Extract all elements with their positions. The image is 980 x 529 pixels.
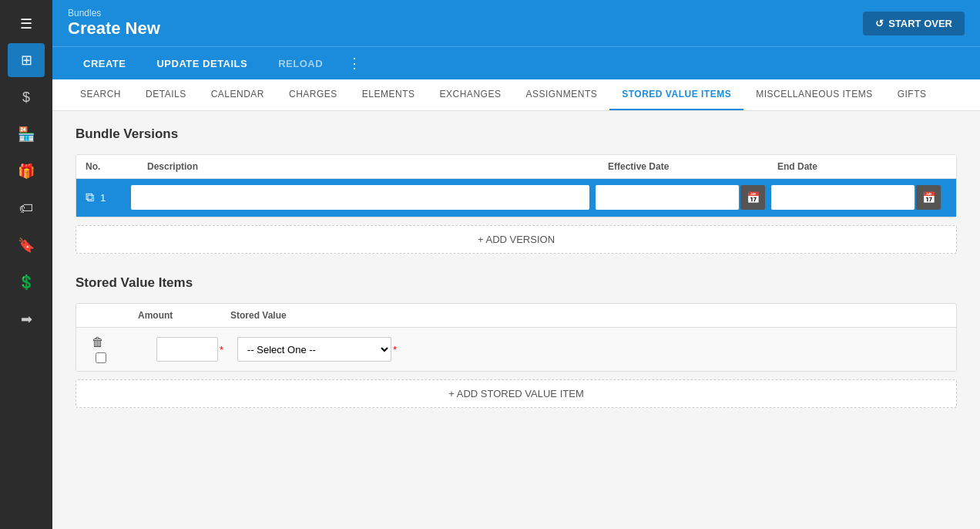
tab-search[interactable]: SEARCH xyxy=(68,79,133,111)
copy-row-icon[interactable]: ⧉ xyxy=(86,190,94,204)
sidebar-item-shop[interactable]: 🏪 xyxy=(8,117,45,151)
tab-elements[interactable]: ELEMENTS xyxy=(350,79,428,111)
hamburger-icon: ☰ xyxy=(20,16,32,32)
bundle-versions-table: No. Description Effective Date End Date … xyxy=(76,154,957,217)
calendar-icon: 📅 xyxy=(922,191,935,204)
sidebar-item-tags[interactable]: 🏷 xyxy=(8,191,45,225)
stored-value-items-title: Stored Value Items xyxy=(76,275,957,291)
description-input[interactable] xyxy=(131,185,589,210)
sidebar-item-labels[interactable]: 🔖 xyxy=(8,228,45,262)
tab-calendar[interactable]: CALENDAR xyxy=(199,79,277,111)
col-header-stored-value: Stored Value xyxy=(230,310,894,321)
label-icon: 🔖 xyxy=(18,237,35,254)
bundle-versions-title: Bundle Versions xyxy=(76,126,957,142)
svi-row: 🗑 * -- Select One -- * xyxy=(76,328,956,371)
reload-button[interactable]: RELOAD xyxy=(263,49,338,79)
sidebar: ☰ ⊞ $ 🏪 🎁 🏷 🔖 💲 ➡ xyxy=(0,0,52,529)
logout-icon: ➡ xyxy=(21,311,32,328)
refresh-icon: ↺ xyxy=(875,18,884,29)
tab-stored-value-items[interactable]: STORED VALUE ITEMS xyxy=(609,79,743,111)
amount-required-indicator: * xyxy=(220,344,223,355)
sidebar-item-dashboard[interactable]: ⊞ xyxy=(8,43,45,77)
dashboard-icon: ⊞ xyxy=(21,52,32,69)
col-header-description: Description xyxy=(147,161,608,172)
more-options-icon[interactable]: ⋮ xyxy=(338,47,371,79)
amount-wrapper: * xyxy=(156,337,230,362)
create-button[interactable]: CREATE xyxy=(68,49,141,79)
toolbar: CREATE UPDATE DETAILS RELOAD ⋮ xyxy=(52,46,980,79)
stored-value-select-wrapper: -- Select One -- * xyxy=(237,337,397,362)
end-date-input[interactable] xyxy=(771,185,915,210)
tab-bar: SEARCH DETAILS CALENDAR CHARGES ELEMENTS… xyxy=(52,79,980,111)
tag-icon: 🏷 xyxy=(19,200,33,217)
tab-assignments[interactable]: ASSIGNMENTS xyxy=(513,79,609,111)
start-over-button[interactable]: ↺ START OVER xyxy=(863,12,965,35)
stored-value-select[interactable]: -- Select One -- xyxy=(237,337,391,362)
page-title: Create New xyxy=(68,19,160,39)
stored-value-required-indicator: * xyxy=(393,344,397,355)
tab-exchanges[interactable]: EXCHANGES xyxy=(428,79,514,111)
add-version-button[interactable]: + ADD VERSION xyxy=(76,225,957,254)
content-area: Bundle Versions No. Description Effectiv… xyxy=(52,111,980,529)
sidebar-item-billing[interactable]: $ xyxy=(8,80,45,114)
svi-header-row: Amount Stored Value xyxy=(76,304,956,328)
effective-date-wrapper: 📅 xyxy=(596,185,765,210)
effective-date-calendar-button[interactable]: 📅 xyxy=(740,185,765,210)
main-area: Bundles Create New ↺ START OVER CREATE U… xyxy=(52,0,980,529)
tab-gifts[interactable]: GIFTS xyxy=(885,79,939,111)
row-number: 1 xyxy=(100,192,131,204)
currency-icon: 💲 xyxy=(18,274,35,291)
shop-icon: 🏪 xyxy=(18,126,35,143)
col-header-no: No. xyxy=(86,161,147,172)
calendar-icon: 📅 xyxy=(747,191,760,204)
tab-details[interactable]: DETAILS xyxy=(133,79,199,111)
page-header: Bundles Create New ↺ START OVER xyxy=(52,0,980,46)
header-title-area: Bundles Create New xyxy=(68,8,160,39)
col-header-effective-date: Effective Date xyxy=(608,161,777,172)
bundle-versions-header: No. Description Effective Date End Date xyxy=(76,155,956,179)
sidebar-item-logout[interactable]: ➡ xyxy=(8,302,45,336)
col-header-amount: Amount xyxy=(138,310,230,321)
gift-icon: 🎁 xyxy=(18,163,35,180)
sidebar-item-currency[interactable]: 💲 xyxy=(8,265,45,299)
add-stored-value-item-button[interactable]: + ADD STORED VALUE ITEM xyxy=(76,379,957,408)
amount-input[interactable] xyxy=(156,337,218,362)
effective-date-input[interactable] xyxy=(596,185,739,210)
breadcrumb: Bundles xyxy=(68,8,160,19)
stored-value-items-section: Stored Value Items Amount Stored Value 🗑… xyxy=(76,275,957,408)
hamburger-menu[interactable]: ☰ xyxy=(0,8,52,40)
delete-row-icon[interactable]: 🗑 xyxy=(92,335,110,349)
update-details-button[interactable]: UPDATE DETAILS xyxy=(141,49,263,79)
end-date-calendar-button[interactable]: 📅 xyxy=(916,185,941,210)
tab-miscellaneous-items[interactable]: MISCELLANEOUS ITEMS xyxy=(743,79,885,111)
bundle-version-row: ⧉ 1 📅 📅 xyxy=(76,179,956,217)
billing-icon: $ xyxy=(22,89,30,106)
stored-value-items-table: Amount Stored Value 🗑 * -- Select One - xyxy=(76,303,957,372)
sidebar-item-gifts[interactable]: 🎁 xyxy=(8,154,45,188)
row-checkbox[interactable] xyxy=(96,352,106,363)
tab-charges[interactable]: CHARGES xyxy=(277,79,350,111)
end-date-wrapper: 📅 xyxy=(771,185,941,210)
col-header-end-date: End Date xyxy=(777,161,947,172)
